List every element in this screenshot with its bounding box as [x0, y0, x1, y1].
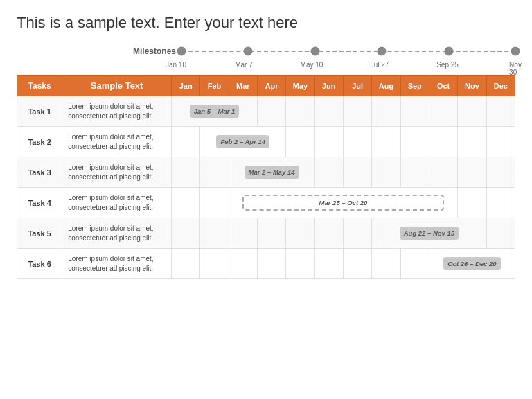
task-name-5: Task 5 [17, 218, 62, 249]
empty-cell-task2-m7 [372, 127, 400, 157]
empty-cell-task1-m4 [286, 96, 314, 127]
empty-cell-task4-m1 [200, 188, 229, 218]
empty-cell-task1-m10 [458, 96, 486, 127]
empty-cell-task3-m6 [343, 157, 371, 188]
task-name-4: Task 4 [17, 188, 62, 218]
task-desc-3: Lorem ipsum dolor sit amet, consectetuer… [62, 157, 172, 188]
header-sep: Sep [400, 76, 429, 96]
empty-cell-task5-m1 [200, 218, 229, 249]
milestone-dot-3 [310, 47, 319, 56]
empty-cell-task2-m4 [286, 127, 314, 157]
page-title: This is a sample text. Enter your text h… [17, 14, 515, 32]
empty-cell-task5-m3 [257, 218, 285, 249]
empty-cell-task3-m1 [200, 157, 229, 188]
header-jun: Jun [314, 76, 343, 96]
empty-cell-task2-m0 [171, 127, 200, 157]
milestone-date-sep25: Sep 25 [436, 61, 459, 69]
header-aug: Aug [372, 76, 400, 96]
header-mar: Mar [229, 76, 257, 96]
empty-cell-task2-m9 [429, 127, 457, 157]
empty-cell-task6-m5 [314, 249, 343, 279]
empty-cell-task1-m8 [400, 96, 429, 127]
milestone-dot-6 [511, 47, 520, 56]
header-jan: Jan [171, 76, 200, 96]
empty-cell-task1-m3 [257, 96, 285, 127]
task-name-3: Task 3 [17, 157, 62, 188]
bar-cell-task3: Mar 2 – May 14 [229, 157, 314, 188]
empty-cell-task4-m0 [171, 188, 200, 218]
milestone-date-mar7: Mar 7 [235, 61, 253, 69]
empty-cell-task4-m11 [486, 188, 515, 218]
empty-cell-task5-m5 [314, 218, 343, 249]
milestone-dot-4 [378, 47, 387, 56]
task-desc-4: Lorem ipsum dolor sit amet, consectetuer… [62, 188, 172, 218]
header-oct: Oct [429, 76, 457, 96]
empty-cell-task6-m8 [400, 249, 429, 279]
header-apr: Apr [257, 76, 285, 96]
gantt-table: Tasks Sample Text Jan Feb Mar Apr May Ju… [17, 75, 515, 279]
header-may: May [286, 76, 314, 96]
task-name-6: Task 6 [17, 249, 62, 279]
empty-cell-task5-m6 [343, 218, 371, 249]
milestones-label: Milestones [114, 46, 176, 56]
empty-cell-task6-m0 [171, 249, 200, 279]
task-desc-2: Lorem ipsum dolor sit amet, consectetuer… [62, 127, 172, 157]
empty-cell-task6-m2 [229, 249, 257, 279]
milestone-date-may10: May 10 [301, 61, 323, 69]
milestone-date-nov30: Nov 30 [509, 61, 522, 76]
bar-cell-task6: Oct 26 – Dec 20 [429, 249, 515, 279]
task-desc-1: Lorem ipsum dolor sit amet, consectetuer… [62, 96, 172, 127]
milestone-dot-1 [177, 47, 186, 56]
empty-cell-task1-m11 [486, 96, 515, 127]
milestone-date-jan10: Jan 10 [166, 61, 186, 69]
header-tasks: Tasks [17, 76, 62, 96]
bar-cell-task4: Mar 25 – Oct 20 [229, 188, 458, 218]
header-nov: Nov [458, 76, 486, 96]
empty-cell-task2-m5 [314, 127, 343, 157]
empty-cell-task3-m11 [486, 157, 515, 188]
empty-cell-task3-m9 [429, 157, 457, 188]
empty-cell-task6-m7 [372, 249, 400, 279]
empty-cell-task1-m9 [429, 96, 457, 127]
empty-cell-task2-m10 [458, 127, 486, 157]
empty-cell-task6-m4 [286, 249, 314, 279]
empty-cell-task3-m5 [314, 157, 343, 188]
empty-cell-task3-m8 [400, 157, 429, 188]
empty-cell-task2-m6 [343, 127, 371, 157]
milestone-date-jul27: Jul 27 [371, 61, 389, 69]
empty-cell-task1-m5 [314, 96, 343, 127]
empty-cell-task6-m6 [343, 249, 371, 279]
empty-cell-task3-m0 [171, 157, 200, 188]
header-jul: Jul [343, 76, 371, 96]
bar-cell-task2: Feb 2 – Apr 14 [200, 127, 286, 157]
empty-cell-task4-m10 [458, 188, 486, 218]
task-desc-5: Lorem ipsum dolor sit amet, consectetuer… [62, 218, 172, 249]
empty-cell-task5-m11 [486, 218, 515, 249]
empty-cell-task2-m8 [400, 127, 429, 157]
task-name-2: Task 2 [17, 127, 62, 157]
task-desc-6: Lorem ipsum dolor sit amet, consectetuer… [62, 249, 172, 279]
bar-cell-task1: Jan 5 – Mar 1 [171, 96, 257, 127]
empty-cell-task6-m1 [200, 249, 229, 279]
empty-cell-task1-m6 [343, 96, 371, 127]
empty-cell-task3-m10 [458, 157, 486, 188]
milestone-dot-2 [244, 47, 253, 56]
empty-cell-task5-m4 [286, 218, 314, 249]
header-feb: Feb [200, 76, 229, 96]
header-dec: Dec [486, 76, 515, 96]
empty-cell-task5-m2 [229, 218, 257, 249]
milestone-dates-row: Jan 10 Mar 7 May 10 Jul 27 Sep 25 Nov 30 [17, 61, 515, 71]
milestones-track [181, 44, 515, 58]
header-sample-text: Sample Text [62, 76, 172, 96]
empty-cell-task5-m0 [171, 218, 200, 249]
milestone-dot-5 [444, 47, 453, 56]
empty-cell-task3-m7 [372, 157, 400, 188]
task-name-1: Task 1 [17, 96, 62, 127]
empty-cell-task1-m7 [372, 96, 400, 127]
bar-cell-task5: Aug 22 – Nov 15 [372, 218, 486, 249]
empty-cell-task6-m3 [257, 249, 285, 279]
empty-cell-task2-m11 [486, 127, 515, 157]
